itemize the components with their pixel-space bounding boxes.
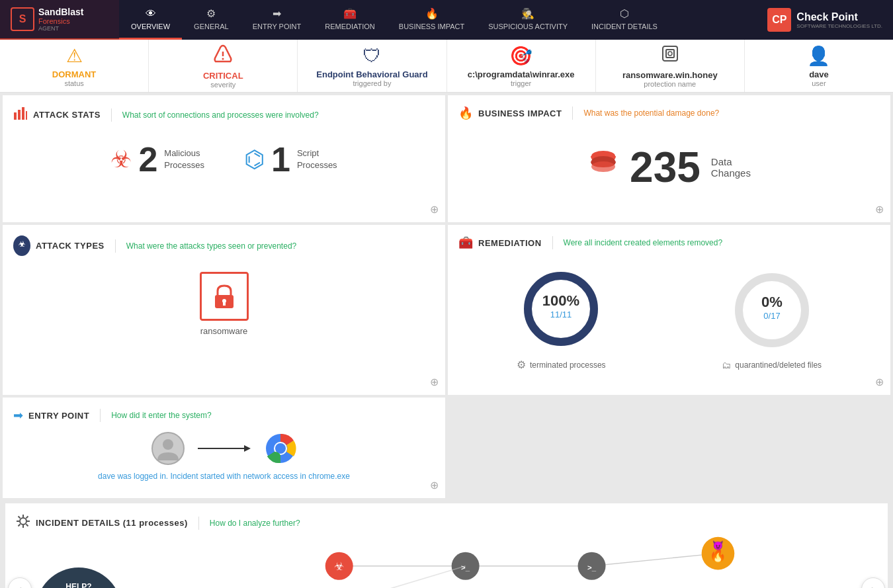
user-avatar: [151, 432, 185, 465]
ransomware-label: ransomware: [200, 326, 248, 336]
user-icon: 👤: [807, 45, 830, 67]
svg-text:😈: 😈: [712, 540, 724, 551]
cp-logo: CP Check Point SOFTWARE TECHNOLOGIES LTD…: [757, 0, 893, 40]
svg-line-38: [26, 517, 28, 519]
terminated-gear-icon: ⚙: [517, 358, 526, 371]
user-sublabel: user: [812, 79, 826, 87]
attack-types-card: ☣ ATTACK TYPES What were the attacks typ…: [3, 225, 445, 395]
main-grid: ATTACK STATS What sort of connections an…: [0, 93, 893, 588]
entry-expand-icon[interactable]: ⊕: [430, 479, 439, 491]
data-changes-count: 235: [630, 143, 701, 192]
svg-text:11/11: 11/11: [550, 310, 572, 319]
attack-stats-subtitle: What sort of connections and processes w…: [122, 110, 319, 120]
quarantined-donut-svg: 0% 0/17: [729, 267, 815, 353]
svg-text:>_: >_: [461, 564, 470, 571]
business-impact-body: 235 Data Changes: [458, 123, 880, 212]
data-label1: Data: [711, 156, 751, 167]
remediation-icon: 🧰: [458, 235, 473, 250]
tab-entry-point[interactable]: ➡ ENTRY POINT: [241, 0, 314, 40]
tab-remediation[interactable]: 🧰 REMEDIATION: [313, 0, 387, 40]
tab-overview[interactable]: 👁 OVERVIEW: [119, 0, 182, 40]
remediation-expand-icon[interactable]: ⊕: [875, 376, 884, 388]
severity-label: CRITICAL: [203, 71, 243, 81]
incident-details-icon: [16, 514, 30, 532]
cp-logo-icon: CP: [772, 14, 787, 26]
brand-logo: S SandBlast Forensics AGENT: [0, 0, 119, 40]
header-triggered-by: 🛡 Endpoint Behavioral Guard triggered by: [298, 40, 446, 92]
header-severity: CRITICAL severity: [149, 40, 298, 92]
terminated-donut: 100% 11/11 ⚙ terminated processes: [517, 266, 606, 371]
overview-icon: 👁: [146, 8, 156, 20]
attack-types-expand-icon[interactable]: ⊕: [430, 376, 439, 388]
business-expand-icon[interactable]: ⊕: [875, 203, 884, 216]
trigger-sublabel: trigger: [511, 79, 531, 87]
svg-marker-27: [244, 445, 251, 452]
terminated-label-row: ⚙ terminated processes: [517, 358, 606, 371]
script-icon: ⌬: [244, 146, 265, 173]
svg-rect-16: [223, 302, 226, 306]
data-changes-icon: [587, 148, 619, 187]
attack-types-title: ATTACK TYPES: [36, 241, 105, 251]
attack-types-header: ☣ ATTACK TYPES What were the attacks typ…: [13, 235, 435, 256]
svg-line-39: [19, 525, 21, 526]
remediation-icon: 🧰: [343, 7, 357, 20]
svg-rect-3: [666, 50, 674, 58]
header-protection-name: ransomware.win.honey protection name: [596, 40, 745, 92]
status-sublabel: status: [64, 79, 83, 87]
cp-logo-sub: SOFTWARE TECHNOLOGIES LTD.: [796, 23, 882, 29]
quarantined-file-icon: 🗂: [722, 360, 731, 370]
svg-line-36: [19, 517, 21, 519]
business-impact-card: 🔥 BUSINESS IMPACT What was the potential…: [448, 95, 890, 222]
status-label: DORMANT: [52, 69, 96, 79]
attack-stats-title: ATTACK STATS: [33, 110, 101, 120]
remediation-header: 🧰 REMEDIATION Were all incident created …: [458, 235, 880, 250]
svg-text:>_: >_: [587, 564, 597, 571]
tab-general[interactable]: ⚙ GENERAL: [182, 0, 241, 40]
entry-point-icon: ➡: [273, 7, 281, 20]
malicious-count: 2: [138, 140, 157, 179]
ransomware-container: [200, 272, 249, 321]
divider2: [572, 106, 573, 120]
header-trigger: 🎯 c:\programdata\winrar.exe trigger: [447, 40, 596, 92]
severity-sublabel: severity: [210, 81, 235, 89]
dormant-icon: ⚠: [66, 45, 83, 67]
incident-details-title: INCIDENT DETAILS (11 processes): [36, 518, 188, 528]
svg-line-69: [339, 566, 466, 588]
svg-rect-5: [14, 112, 17, 120]
business-impact-icon: 🔥: [458, 106, 473, 120]
svg-text:0/17: 0/17: [763, 311, 780, 321]
brand-product: Forensics: [38, 17, 83, 25]
header-status: ⚠ DORMANT status: [0, 40, 149, 92]
incident-details-header: INCIDENT DETAILS (11 processes) How do I…: [16, 514, 877, 532]
header-bar: ⚠ DORMANT status CRITICAL severity 🛡 End…: [0, 40, 893, 93]
divider: [111, 108, 112, 122]
malicious-icon: ☣: [110, 146, 132, 173]
incident-graph-svg: ☣ ☣ 👤 >_ >_ >_ >_ ☣: [16, 534, 877, 588]
svg-rect-2: [663, 46, 677, 61]
flow-arrow: [198, 442, 251, 455]
incident-details-card: INCIDENT DETAILS (11 processes) How do I…: [5, 503, 888, 588]
severity-icon: [213, 44, 233, 68]
script-count: 1: [271, 140, 290, 179]
general-icon: ⚙: [206, 7, 216, 20]
suspicious-activity-icon: 🕵: [521, 7, 534, 20]
tab-incident-details[interactable]: ⬡ INCIDENT DETAILS: [579, 0, 669, 40]
attack-stats-icon: [13, 106, 28, 124]
target-icon: 🎯: [509, 45, 532, 67]
svg-point-1: [222, 58, 224, 60]
svg-line-45: [592, 554, 718, 566]
brand-icon: S: [19, 13, 26, 25]
cp-logo-text: Check Point: [796, 11, 882, 23]
expand-icon[interactable]: ⊕: [430, 203, 439, 216]
svg-rect-6: [18, 110, 21, 120]
business-impact-subtitle: What was the potential damage done?: [583, 108, 719, 118]
tab-suspicious-activity[interactable]: 🕵 SUSPICIOUS ACTIVITY: [476, 0, 579, 40]
remediation-subtitle: Were all incident created elements remov…: [564, 238, 723, 247]
terminated-donut-svg: 100% 11/11: [518, 266, 604, 352]
brand-name: SandBlast: [38, 7, 83, 17]
tab-business-impact[interactable]: 🔥 BUSINESS IMPACT: [387, 0, 476, 40]
incident-details-subtitle: How do I analyze further?: [210, 519, 300, 528]
remediation-card: 🧰 REMEDIATION Were all incident created …: [448, 225, 890, 395]
user-label: dave: [809, 69, 829, 79]
divider5: [100, 409, 101, 422]
